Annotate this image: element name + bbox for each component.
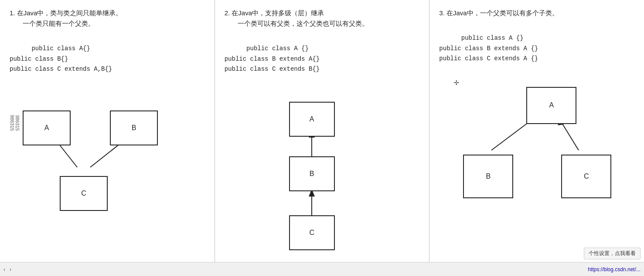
panel2-title-line1: 2. 在Java中，支持多级（层）继承 [225, 9, 324, 17]
panel1-title-line1: 1. 在Java中，类与类之间只能单继承。 [10, 9, 122, 17]
panel3-code-line3: public class C extends A {} [439, 55, 538, 62]
panel3-box-b: B [463, 155, 513, 198]
panel1-box-b: B [110, 110, 158, 145]
panel3-box-c: C [561, 155, 611, 198]
panel1-code-line3: public class C extends A,B{} [10, 66, 112, 72]
panel1-code-line1: public class A{} [31, 45, 90, 52]
panel1-diagram: A B C 386315 986315 [10, 89, 205, 215]
panel2-box-c: C [289, 215, 335, 250]
bottom-nav-arrows[interactable]: ‹ › [3, 266, 11, 273]
svg-line-10 [561, 122, 579, 150]
panel1: 1. 在Java中，类与类之间只能单继承。 一个类只能有一个父类。 public… [0, 0, 215, 270]
panel3-diagram: A B C [439, 78, 634, 218]
panel1-code: public class A{} public class B{} public… [10, 33, 205, 85]
panel1-title: 1. 在Java中，类与类之间只能单继承。 一个类只能有一个父类。 [10, 8, 205, 29]
panel2-code-line3: public class C extends B{} [225, 66, 320, 72]
panel2-title-line2: 一个类可以有父类，这个父类也可以有父类。 [225, 18, 420, 29]
panel3: 3. 在Java中，一个父类可以有多个子类。 public class A {}… [429, 0, 644, 270]
panel3-title-line1: 3. 在Java中，一个父类可以有多个子类。 [439, 9, 558, 17]
panel2-diagram: A B C [225, 89, 420, 228]
panel2-box-b: B [289, 156, 335, 191]
panel2-code-line2: public class B extends A{} [225, 55, 320, 62]
panel3-box-a: A [526, 87, 576, 124]
panel2-title: 2. 在Java中，支持多级（层）继承 一个类可以有父类，这个父类也可以有父类。 [225, 8, 420, 29]
panel2-code-line1: public class A {} [246, 45, 309, 52]
panel1-code-line2: public class B{} [10, 55, 68, 62]
main-container: 1. 在Java中，类与类之间只能单继承。 一个类只能有一个父类。 public… [0, 0, 644, 271]
panel1-title-line2: 一个类只能有一个父类。 [10, 18, 205, 29]
panel2: 2. 在Java中，支持多级（层）继承 一个类可以有父类，这个父类也可以有父类。… [215, 0, 430, 270]
panel1-box-c: C [60, 176, 108, 211]
page-number-overlay: 386315 986315 [10, 115, 20, 131]
bottom-bar: ‹ › https://blog.csdn.net/... [0, 262, 644, 276]
panel3-code-line2: public class B extends A {} [439, 45, 538, 52]
panel3-code-line1: public class A {} [461, 34, 524, 41]
panel1-box-a: A [23, 110, 71, 145]
panel3-code: public class A {} public class B extends… [439, 23, 634, 75]
panel2-box-a: A [289, 102, 335, 137]
panel3-title: 3. 在Java中，一个父类可以有多个子类。 [439, 8, 634, 18]
settings-button[interactable]: 个性设置，点我看看 [584, 248, 641, 259]
panel2-code: public class A {} public class B extends… [225, 33, 420, 85]
bottom-url: https://blog.csdn.net/... [588, 266, 641, 273]
